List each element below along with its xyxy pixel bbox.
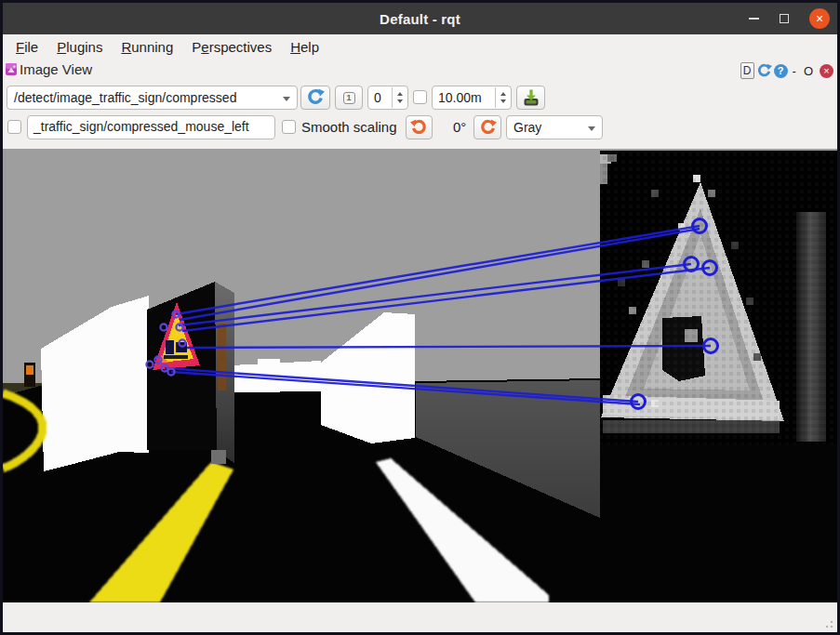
resize-grip-icon[interactable] — [822, 617, 833, 628]
max-range-value: 10.00m — [438, 90, 482, 105]
status-bar — [3, 602, 837, 632]
toolbar-row-1: /detect/image_traffic_sign/compressed 1 … — [3, 85, 837, 111]
queue-size-spinbox[interactable]: 0 — [367, 86, 408, 110]
smooth-scaling-label: Smooth scaling — [301, 119, 397, 135]
dynamic-range-checkbox[interactable] — [413, 90, 427, 104]
spin-buttons[interactable] — [392, 87, 407, 108]
window-controls: × — [749, 3, 830, 34]
image-view-plugin-icon — [6, 62, 18, 80]
spin-up-icon — [500, 92, 506, 96]
plugin-bar-buttons: D ? - O × — [740, 59, 833, 83]
window-title: Default - rqt — [380, 11, 460, 27]
chevron-down-icon — [283, 97, 290, 101]
refresh-topics-button[interactable] — [300, 86, 330, 110]
mouse-topic-value: _traffic_sign/compressed_mouse_left — [33, 119, 249, 134]
template-patch — [600, 151, 837, 444]
rotate-right-icon — [479, 119, 497, 137]
smooth-scaling-checkbox[interactable] — [282, 120, 296, 134]
plugin-title-bar: Image View D ? - O × — [3, 59, 837, 83]
screen: Default - rqt × FilePluginsRunningPerspe… — [0, 0, 840, 635]
max-range-spinbox[interactable]: 10.00m — [432, 86, 512, 110]
spin-down-icon — [500, 99, 506, 103]
rotate-right-button[interactable] — [473, 115, 501, 139]
maximize-icon[interactable] — [780, 14, 789, 23]
spin-down-icon — [397, 99, 403, 103]
reload-plugin-icon[interactable] — [756, 63, 772, 79]
title-bar[interactable]: Default - rqt × — [3, 3, 837, 34]
billboard-pillar — [211, 450, 226, 464]
menu-file[interactable]: File — [7, 39, 47, 55]
rotate-left-button[interactable] — [406, 115, 433, 139]
color-scheme-value: Gray — [513, 120, 541, 135]
plugin-title: Image View — [20, 61, 92, 77]
menu-running[interactable]: Running — [112, 39, 182, 55]
queue-size-value: 0 — [374, 90, 381, 105]
zoom-1-icon: 1 — [343, 92, 355, 104]
menu-perspectives[interactable]: Perspectives — [182, 39, 281, 55]
refresh-icon — [306, 88, 325, 107]
traffic-sign-symbol — [164, 355, 188, 359]
scene-post-light — [26, 365, 33, 375]
dock-button[interactable]: D — [740, 62, 754, 79]
chevron-down-icon — [588, 126, 595, 131]
publish-click-checkbox[interactable] — [7, 120, 21, 134]
spin-up-icon — [397, 92, 403, 96]
image-display[interactable] — [3, 149, 837, 602]
traffic-sign-symbol — [166, 340, 174, 354]
topic-combobox-value: /detect/image_traffic_sign/compressed — [14, 90, 236, 105]
save-image-icon — [522, 88, 540, 107]
help-icon[interactable]: ? — [774, 64, 788, 78]
billboard-side-tint — [218, 324, 226, 390]
rqt-window: Default - rqt × FilePluginsRunningPerspe… — [3, 3, 837, 632]
close-icon[interactable]: × — [809, 8, 830, 29]
color-scheme-combobox[interactable]: Gray — [506, 115, 603, 139]
plugin-restore-button[interactable]: O — [801, 64, 816, 78]
toolbar-row-2: _traffic_sign/compressed_mouse_left Smoo… — [3, 114, 837, 140]
menu-plugins[interactable]: Plugins — [47, 39, 112, 55]
menu-help[interactable]: Help — [281, 39, 328, 55]
minimize-icon[interactable] — [749, 18, 759, 20]
rotation-value-label: 0° — [453, 119, 466, 135]
save-image-button[interactable] — [516, 86, 545, 110]
plugin-minimize-button[interactable]: - — [790, 64, 799, 78]
topic-combobox[interactable]: /detect/image_traffic_sign/compressed — [7, 86, 298, 110]
menu-bar: FilePluginsRunningPerspectivesHelp — [3, 34, 837, 59]
spin-buttons[interactable] — [495, 87, 510, 108]
zoom-one-button[interactable]: 1 — [335, 86, 363, 110]
mouse-topic-field[interactable]: _traffic_sign/compressed_mouse_left — [27, 115, 275, 139]
plugin-close-icon[interactable]: × — [820, 64, 833, 78]
rotate-left-icon — [410, 119, 428, 137]
